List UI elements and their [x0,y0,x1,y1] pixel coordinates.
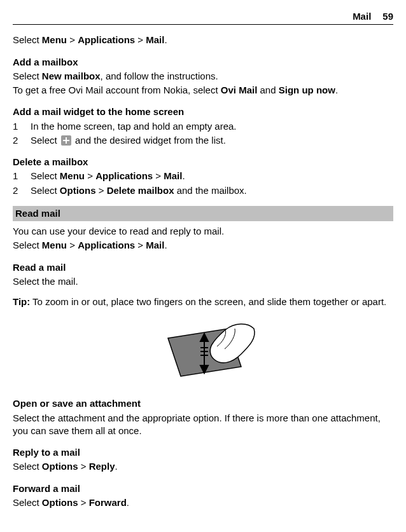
text: > [96,185,107,196]
intro-path: Select Menu > Applications > Mail. [13,34,393,46]
delete-mailbox-steps: 1 Select Menu > Applications > Mail. 2 S… [13,170,393,197]
text: To get a free Ovi Mail account from Noki… [13,85,221,95]
page-header: Mail 59 [13,10,393,25]
text: > [78,497,89,508]
text: Select [13,71,42,81]
add-mailbox-line2: To get a free Ovi Mail account from Noki… [13,84,393,97]
text: Select [31,135,60,146]
step-body: In the home screen, tap and hold an empt… [31,120,393,133]
text: . [164,34,167,45]
reply-heading: Reply to a mail [13,446,393,459]
text: . [127,497,129,508]
add-widget-steps: 1 In the home screen, tap and hold an em… [13,120,393,147]
text: > [135,34,146,45]
options-label: Options [60,185,96,196]
text: . [182,170,185,181]
read-mail-section-bar: Read mail [13,206,393,221]
step-row: 2 Select Options > Delete mailbox and th… [13,184,393,197]
new-mailbox-label: New mailbox [42,71,101,81]
step-number: 2 [13,184,31,197]
reply-body: Select Options > Reply. [13,460,393,473]
options-label: Options [42,461,78,472]
text: > [135,240,146,250]
text: Select [13,34,42,45]
forward-heading: Forward a mail [13,482,393,495]
reply-label: Reply [89,461,115,472]
text: . [115,461,118,472]
applications-label: Applications [78,240,135,250]
text: > [78,461,89,472]
pinch-zoom-illustration [13,316,393,386]
read-mail-path: Select Menu > Applications > Mail. [13,239,393,252]
text: and the mailbox. [174,185,247,196]
step-body: Select and the desired widget from the l… [31,134,393,147]
step-body: Select Menu > Applications > Mail. [31,170,393,182]
text: Select [31,185,60,196]
options-label: Options [42,497,78,508]
add-widget-heading: Add a mail widget to the home screen [13,106,393,118]
attachment-heading: Open or save an attachment [13,397,393,410]
delete-mailbox-label: Delete mailbox [107,185,174,196]
header-page-number: 59 [382,10,393,23]
mail-label: Mail [164,170,182,181]
delete-mailbox-heading: Delete a mailbox [13,156,393,168]
step-body: Select Options > Delete mailbox and the … [31,184,393,197]
svg-rect-2 [63,140,69,141]
text: . [335,85,338,95]
forward-body: Select Options > Forward. [13,496,393,509]
text: and [257,85,278,95]
text: > [85,170,95,181]
step-row: 1 Select Menu > Applications > Mail. [13,170,393,182]
page: Mail 59 Select Menu > Applications > Mai… [0,0,406,522]
text: and the desired widget from the list. [73,135,226,146]
text: , and follow the instructions. [101,71,218,81]
menu-label: Menu [42,34,67,45]
step-row: 1 In the home screen, tap and hold an em… [13,120,393,133]
tip-paragraph: Tip: To zoom in or out, place two finger… [13,296,393,308]
forward-label: Forward [89,497,127,508]
attachment-body: Select the attachment and the appropriat… [13,412,393,438]
add-mailbox-line1: Select New mailbox, and follow the instr… [13,70,393,83]
mail-label: Mail [146,240,164,250]
mail-label: Mail [146,34,164,45]
text: Select [31,170,60,181]
applications-label: Applications [78,34,135,45]
step-row: 2 Select and the desired widget from the… [13,134,393,147]
ovi-mail-label: Ovi Mail [221,85,258,95]
header-title: Mail [353,10,371,23]
tip-body: To zoom in or out, place two fingers on … [30,296,386,307]
text: > [67,240,78,250]
step-number: 2 [13,134,31,147]
menu-label: Menu [42,240,67,250]
step-number: 1 [13,170,31,182]
text: > [153,170,164,181]
text: Select [13,497,42,508]
read-mail-intro: You can use your device to read and repl… [13,225,393,238]
text: Select [13,461,42,472]
text: Select [13,240,42,250]
sign-up-now-label: Sign up now [279,85,335,95]
add-mailbox-heading: Add a mailbox [13,56,393,69]
read-a-mail-heading: Read a mail [13,261,393,274]
applications-label: Applications [95,170,153,181]
step-number: 1 [13,120,31,133]
tip-label: Tip: [13,296,30,307]
text: > [67,34,78,45]
menu-label: Menu [60,170,85,181]
text: . [164,240,167,250]
add-widget-plus-icon [61,135,71,146]
read-a-mail-body: Select the mail. [13,275,393,288]
